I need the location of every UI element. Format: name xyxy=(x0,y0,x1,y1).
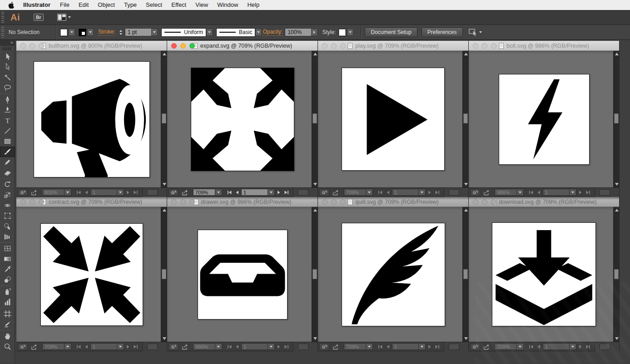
maximize-button[interactable] xyxy=(491,199,496,205)
tool-lasso-icon[interactable] xyxy=(0,83,15,93)
share-icon[interactable] xyxy=(481,343,491,350)
first-artboard-button[interactable] xyxy=(377,189,384,196)
artboard[interactable] xyxy=(342,68,445,171)
scroll-up-arrow[interactable] xyxy=(615,209,619,212)
preferences-button[interactable]: Preferences xyxy=(422,28,463,37)
scrollbar-thumb[interactable] xyxy=(614,269,619,279)
canvas-pasteboard[interactable] xyxy=(16,207,167,342)
scrollbar-thumb[interactable] xyxy=(600,189,610,196)
tool-hand-icon[interactable] xyxy=(0,331,15,341)
scroll-down-arrow[interactable] xyxy=(615,337,619,340)
menu-item-file[interactable]: File xyxy=(55,1,74,8)
zoom-dropdown[interactable] xyxy=(64,343,71,350)
document-window-play[interactable]: play.svg @ 709% (RGB/Preview)709%1 xyxy=(318,41,469,197)
tool-eyedropper-icon[interactable] xyxy=(0,264,15,275)
opacity-field[interactable]: 100% xyxy=(285,28,311,36)
zoom-level-field[interactable]: 709% xyxy=(193,189,215,196)
document-window-quill[interactable]: quill.svg @ 709% (RGB/Preview)709%1 xyxy=(318,197,469,351)
width-profile-select[interactable]: Uniform xyxy=(161,28,206,37)
artboard[interactable] xyxy=(492,222,596,326)
zoom-dropdown[interactable] xyxy=(215,343,222,350)
artboard-number-field[interactable]: 1 xyxy=(392,189,418,196)
scroll-down-arrow[interactable] xyxy=(615,183,619,186)
tool-eraser-icon[interactable] xyxy=(0,167,15,178)
close-button[interactable] xyxy=(322,43,327,49)
close-button[interactable] xyxy=(473,43,478,49)
scrollbar-thumb[interactable] xyxy=(600,344,610,350)
minimize-button[interactable] xyxy=(30,199,35,205)
zoom-level-field[interactable]: 986% xyxy=(193,343,215,350)
scroll-down-arrow[interactable] xyxy=(163,337,166,340)
tool-curvature-icon[interactable] xyxy=(0,105,15,115)
share-icon[interactable] xyxy=(481,189,491,196)
close-button[interactable] xyxy=(171,199,177,205)
close-button[interactable] xyxy=(20,199,26,205)
tool-free-transform-icon[interactable] xyxy=(0,211,15,221)
vertical-scrollbar[interactable] xyxy=(462,207,468,342)
scrollbar-thumb[interactable] xyxy=(162,269,166,279)
tool-width-icon[interactable] xyxy=(0,200,15,211)
tool-slice-icon[interactable] xyxy=(0,319,15,330)
first-artboard-button[interactable] xyxy=(226,343,233,350)
tool-symbol-sprayer-icon[interactable] xyxy=(0,286,15,297)
scrollbar-thumb[interactable] xyxy=(463,113,468,123)
previous-artboard-button[interactable] xyxy=(233,189,241,196)
horizontal-scrollbar[interactable] xyxy=(444,342,468,351)
scrollbar-thumb[interactable] xyxy=(313,113,317,123)
next-artboard-button[interactable] xyxy=(576,343,584,350)
artboard[interactable] xyxy=(342,223,445,326)
share-icon[interactable] xyxy=(29,189,39,196)
next-artboard-button[interactable] xyxy=(426,343,433,350)
scrollbar-thumb[interactable] xyxy=(147,344,158,350)
canvas-pasteboard[interactable] xyxy=(469,207,619,342)
previous-artboard-button[interactable] xyxy=(233,343,241,350)
tool-gradient-icon[interactable] xyxy=(0,254,15,264)
window-titlebar[interactable]: drawer.svg @ 986% (RGB/Preview) xyxy=(167,197,317,207)
document-window-download[interactable]: download.svg @ 709% (RGB/Preview)709%1 xyxy=(469,197,620,351)
window-titlebar[interactable]: download.svg @ 709% (RGB/Preview) xyxy=(469,197,619,207)
tool-magic-wand-icon[interactable] xyxy=(0,72,15,83)
window-titlebar[interactable]: expand.svg @ 709% (RGB/Preview) xyxy=(167,41,317,51)
scrollbar-thumb[interactable] xyxy=(449,344,460,350)
artboard-dropdown[interactable] xyxy=(117,343,124,350)
tool-paintbrush-icon[interactable] xyxy=(0,147,15,157)
scroll-up-arrow[interactable] xyxy=(163,209,166,212)
scrollbar-thumb[interactable] xyxy=(147,189,158,196)
scroll-down-arrow[interactable] xyxy=(464,337,468,340)
first-artboard-button[interactable] xyxy=(75,189,83,196)
horizontal-scrollbar[interactable] xyxy=(595,342,619,351)
opacity-dropdown[interactable] xyxy=(311,29,317,36)
menu-item-type[interactable]: Type xyxy=(119,1,141,8)
opacity-label[interactable]: Opacity: xyxy=(263,29,283,36)
tool-selection-icon[interactable] xyxy=(0,51,15,62)
vertical-scrollbar[interactable] xyxy=(613,51,619,187)
horizontal-scrollbar[interactable] xyxy=(142,188,167,197)
canvas-pasteboard[interactable] xyxy=(318,51,468,187)
stroke-label[interactable]: Stroke: xyxy=(98,29,115,36)
zoom-dropdown[interactable] xyxy=(366,189,373,196)
brush-definition-select[interactable]: Basic xyxy=(216,28,255,37)
zoom-level-field[interactable]: 709% xyxy=(344,189,366,196)
style-dropdown[interactable] xyxy=(347,29,353,36)
scroll-down-arrow[interactable] xyxy=(464,183,468,186)
close-button[interactable] xyxy=(20,43,26,49)
canvas-pasteboard[interactable] xyxy=(318,207,468,342)
status-settings-icon[interactable] xyxy=(169,189,179,196)
document-setup-button[interactable]: Document Setup xyxy=(365,28,417,37)
artboard[interactable] xyxy=(34,61,150,177)
scroll-up-arrow[interactable] xyxy=(163,53,166,55)
last-artboard-button[interactable] xyxy=(584,343,592,350)
document-window-expand[interactable]: expand.svg @ 709% (RGB/Preview)709%1 xyxy=(167,41,318,197)
previous-artboard-button[interactable] xyxy=(535,189,543,196)
next-artboard-button[interactable] xyxy=(275,343,283,350)
zoom-dropdown[interactable] xyxy=(516,189,524,196)
width-profile-dropdown[interactable] xyxy=(206,29,213,36)
maximize-button[interactable] xyxy=(189,43,195,49)
maximize-button[interactable] xyxy=(189,199,195,205)
status-settings-icon[interactable] xyxy=(169,343,179,350)
zoom-level-field[interactable]: 800% xyxy=(42,189,64,196)
menu-item-help[interactable]: Help xyxy=(243,1,264,8)
minimize-button[interactable] xyxy=(482,199,487,205)
scroll-up-arrow[interactable] xyxy=(615,53,619,55)
tool-pencil-icon[interactable] xyxy=(0,157,15,167)
